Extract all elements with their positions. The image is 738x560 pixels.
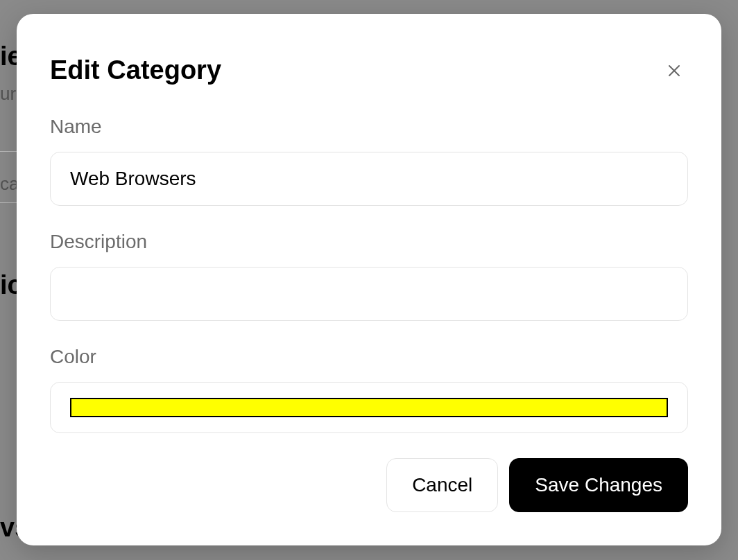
close-button[interactable] xyxy=(660,57,688,85)
save-button[interactable]: Save Changes xyxy=(509,458,688,512)
edit-category-modal: Edit Category Name Description Color Can… xyxy=(17,14,721,545)
color-label: Color xyxy=(50,346,688,368)
name-input[interactable] xyxy=(50,152,688,206)
name-field-group: Name xyxy=(50,116,688,206)
modal-footer: Cancel Save Changes xyxy=(50,458,688,512)
color-swatch xyxy=(70,398,668,417)
color-field-group: Color xyxy=(50,346,688,433)
modal-header: Edit Category xyxy=(50,55,688,85)
description-field-group: Description xyxy=(50,231,688,321)
color-input-wrapper[interactable] xyxy=(50,382,688,433)
backdrop-text: ur xyxy=(0,83,16,105)
description-input[interactable] xyxy=(50,267,688,321)
close-icon xyxy=(666,62,683,79)
cancel-button[interactable]: Cancel xyxy=(386,458,498,512)
name-label: Name xyxy=(50,116,688,138)
modal-title: Edit Category xyxy=(50,55,221,85)
description-label: Description xyxy=(50,231,688,253)
